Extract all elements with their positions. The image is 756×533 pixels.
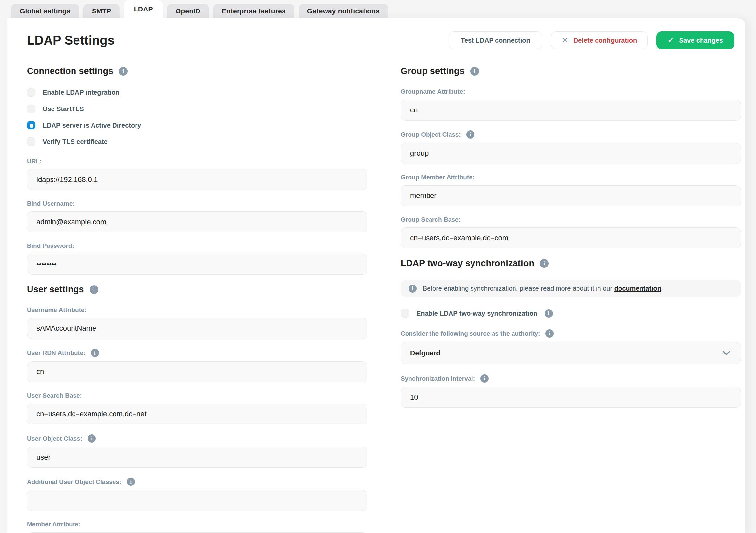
field-label-text: User Search Base: xyxy=(27,392,82,399)
tab-gateway-notifications[interactable]: Gateway notifications xyxy=(299,4,388,18)
ldap-two-way-sync-title: LDAP two-way synchronization xyxy=(401,258,534,268)
field-label-text: URL: xyxy=(27,158,42,165)
sync-info-banner: i Before enabling synchronization, pleas… xyxy=(401,280,741,297)
checkbox-label: Enable LDAP two-way synchronization xyxy=(417,310,537,317)
header-buttons: Test LDAP connection ✕ Delete configurat… xyxy=(448,32,734,49)
documentation-link[interactable]: documentation xyxy=(614,285,661,292)
additional-user-object-classes-input[interactable] xyxy=(27,490,367,511)
authority-select[interactable]: Defguard xyxy=(401,342,741,364)
info-icon[interactable]: i xyxy=(466,131,474,139)
settings-tabbar: Global settings SMTP LDAP OpenID Enterpr… xyxy=(0,0,756,18)
left-column: Connection settings i Enable LDAP integr… xyxy=(27,58,367,533)
tab-openid[interactable]: OpenID xyxy=(167,4,209,18)
right-column: Group settings i Groupname Attribute: Gr… xyxy=(401,58,741,533)
checkbox-enable-ldap-two-way-sync[interactable]: Enable LDAP two-way synchronization i xyxy=(401,309,741,317)
user-settings-heading: User settings i xyxy=(27,285,367,295)
bind-password-label: Bind Password: xyxy=(27,242,367,249)
user-rdn-attribute-input[interactable] xyxy=(27,361,367,382)
checkbox-ldap-server-is-active-directory[interactable]: LDAP server is Active Directory xyxy=(27,121,367,130)
tab-ldap[interactable]: LDAP xyxy=(124,0,163,18)
banner-text: Before enabling synchronization, please … xyxy=(423,285,663,292)
tab-smtp[interactable]: SMTP xyxy=(83,4,120,18)
bind-password-input[interactable] xyxy=(27,254,367,275)
checkbox-label: Verify TLS certificate xyxy=(43,138,108,145)
info-icon[interactable]: i xyxy=(540,259,549,268)
additional-user-object-classes-label: Additional User Object Classes: i xyxy=(27,478,367,486)
url-label: URL: xyxy=(27,158,367,165)
group-settings-heading: Group settings i xyxy=(401,66,741,76)
info-icon[interactable]: i xyxy=(545,310,553,317)
url-input[interactable] xyxy=(27,169,367,190)
checkbox-icon[interactable] xyxy=(401,309,409,317)
delete-configuration-button[interactable]: ✕ Delete configuration xyxy=(551,32,648,49)
ldap-settings-card: LDAP Settings Test LDAP connection ✕ Del… xyxy=(7,18,745,533)
member-attribute-label: Member Attribute: xyxy=(27,521,367,528)
banner-suffix: . xyxy=(661,285,663,292)
connection-settings-title: Connection settings xyxy=(27,66,113,76)
group-member-attribute-input[interactable] xyxy=(401,185,741,206)
checkbox-icon[interactable] xyxy=(27,88,36,97)
group-search-base-input[interactable] xyxy=(401,227,741,248)
banner-prefix: Before enabling synchronization, please … xyxy=(423,285,614,292)
user-object-class-input[interactable] xyxy=(27,447,367,468)
sync-interval-label: Synchronization interval: i xyxy=(401,374,741,383)
check-icon: ✓ xyxy=(668,37,674,44)
info-icon[interactable]: i xyxy=(470,67,479,76)
username-attribute-input[interactable] xyxy=(27,318,367,339)
field-label-text: Bind Password: xyxy=(27,242,74,249)
tab-enterprise-features[interactable]: Enterprise features xyxy=(213,4,294,18)
checkbox-use-starttls[interactable]: Use StartTLS xyxy=(27,105,367,113)
user-rdn-attribute-label: User RDN Attribute: i xyxy=(27,349,367,357)
field-label-text: Synchronization interval: xyxy=(401,375,475,382)
info-icon[interactable]: i xyxy=(90,285,98,294)
groupname-attribute-label: Groupname Attribute: xyxy=(401,88,741,95)
group-member-attribute-label: Group Member Attribute: xyxy=(401,174,741,181)
field-label-text: Username Attribute: xyxy=(27,307,87,314)
field-label-text: Groupname Attribute: xyxy=(401,88,465,95)
field-label-text: Additional User Object Classes: xyxy=(27,478,122,486)
chevron-down-icon xyxy=(722,350,731,356)
group-settings-title: Group settings xyxy=(401,66,465,76)
info-icon[interactable]: i xyxy=(480,374,489,383)
info-icon[interactable]: i xyxy=(545,329,554,338)
save-changes-button[interactable]: ✓ Save changes xyxy=(656,32,734,49)
authority-source-label: Consider the following source as the aut… xyxy=(401,329,741,338)
field-label-text: Group Member Attribute: xyxy=(401,174,474,181)
user-settings-title: User settings xyxy=(27,285,84,295)
page-header: LDAP Settings Test LDAP connection ✕ Del… xyxy=(20,32,734,49)
field-label-text: Member Attribute: xyxy=(27,521,80,528)
checkbox-icon[interactable] xyxy=(27,137,36,146)
page-title: LDAP Settings xyxy=(27,34,115,47)
field-label-text: Consider the following source as the aut… xyxy=(401,330,540,337)
ldap-two-way-sync-heading: LDAP two-way synchronization i xyxy=(401,258,741,268)
info-icon[interactable]: i xyxy=(91,349,99,357)
group-object-class-label: Group Object Class: i xyxy=(401,131,741,139)
test-ldap-connection-button[interactable]: Test LDAP connection xyxy=(448,32,542,49)
info-icon: i xyxy=(409,285,417,293)
info-icon[interactable]: i xyxy=(88,434,96,443)
user-object-class-label: User Object Class: i xyxy=(27,434,367,443)
checkbox-enable-ldap-integration[interactable]: Enable LDAP integration xyxy=(27,88,367,97)
checkbox-label: Enable LDAP integration xyxy=(43,89,120,96)
field-label-text: Group Search Base: xyxy=(401,216,461,223)
field-label-text: Group Object Class: xyxy=(401,131,461,138)
group-object-class-input[interactable] xyxy=(401,143,741,164)
group-search-base-label: Group Search Base: xyxy=(401,216,741,223)
checkbox-label: Use StartTLS xyxy=(43,105,84,113)
user-search-base-label: User Search Base: xyxy=(27,392,367,399)
save-changes-label: Save changes xyxy=(679,37,723,44)
authority-select-value: Defguard xyxy=(410,349,440,357)
sync-interval-input[interactable] xyxy=(401,387,741,408)
info-icon[interactable]: i xyxy=(119,67,128,76)
connection-settings-heading: Connection settings i xyxy=(27,66,367,76)
checkbox-checked-icon[interactable] xyxy=(27,121,36,130)
user-search-base-input[interactable] xyxy=(27,403,367,424)
info-icon[interactable]: i xyxy=(127,478,135,486)
checkbox-icon[interactable] xyxy=(27,105,36,113)
bind-username-input[interactable] xyxy=(27,212,367,232)
groupname-attribute-input[interactable] xyxy=(401,100,741,121)
tab-global-settings[interactable]: Global settings xyxy=(11,4,79,18)
checkbox-verify-tls-certificate[interactable]: Verify TLS certificate xyxy=(27,137,367,146)
field-label-text: User RDN Attribute: xyxy=(27,349,86,357)
field-label-text: Bind Username: xyxy=(27,200,75,207)
